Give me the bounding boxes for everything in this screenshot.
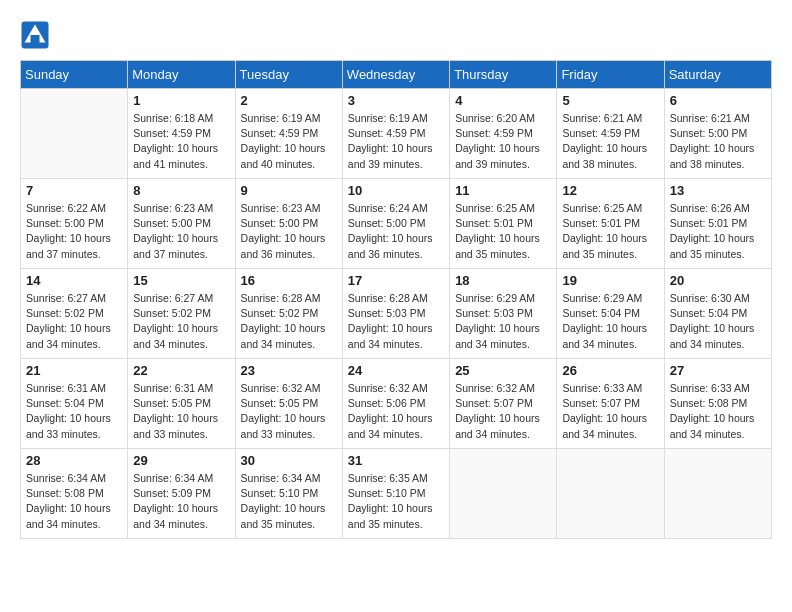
day-cell (557, 449, 664, 539)
week-row-4: 21Sunrise: 6:31 AMSunset: 5:04 PMDayligh… (21, 359, 772, 449)
day-cell: 1Sunrise: 6:18 AMSunset: 4:59 PMDaylight… (128, 89, 235, 179)
day-cell: 4Sunrise: 6:20 AMSunset: 4:59 PMDaylight… (450, 89, 557, 179)
day-cell: 23Sunrise: 6:32 AMSunset: 5:05 PMDayligh… (235, 359, 342, 449)
day-cell: 5Sunrise: 6:21 AMSunset: 4:59 PMDaylight… (557, 89, 664, 179)
calendar: SundayMondayTuesdayWednesdayThursdayFrid… (20, 60, 772, 539)
day-cell: 14Sunrise: 6:27 AMSunset: 5:02 PMDayligh… (21, 269, 128, 359)
day-cell: 17Sunrise: 6:28 AMSunset: 5:03 PMDayligh… (342, 269, 449, 359)
day-cell: 26Sunrise: 6:33 AMSunset: 5:07 PMDayligh… (557, 359, 664, 449)
day-number: 25 (455, 363, 551, 378)
day-number: 10 (348, 183, 444, 198)
day-info: Sunrise: 6:27 AMSunset: 5:02 PMDaylight:… (133, 291, 229, 352)
day-number: 9 (241, 183, 337, 198)
day-info: Sunrise: 6:35 AMSunset: 5:10 PMDaylight:… (348, 471, 444, 532)
day-number: 17 (348, 273, 444, 288)
day-info: Sunrise: 6:33 AMSunset: 5:08 PMDaylight:… (670, 381, 766, 442)
week-row-3: 14Sunrise: 6:27 AMSunset: 5:02 PMDayligh… (21, 269, 772, 359)
day-info: Sunrise: 6:23 AMSunset: 5:00 PMDaylight:… (241, 201, 337, 262)
day-number: 22 (133, 363, 229, 378)
day-number: 7 (26, 183, 122, 198)
day-info: Sunrise: 6:21 AMSunset: 5:00 PMDaylight:… (670, 111, 766, 172)
day-info: Sunrise: 6:25 AMSunset: 5:01 PMDaylight:… (455, 201, 551, 262)
col-header-wednesday: Wednesday (342, 61, 449, 89)
day-info: Sunrise: 6:29 AMSunset: 5:03 PMDaylight:… (455, 291, 551, 352)
day-number: 4 (455, 93, 551, 108)
svg-rect-2 (31, 35, 40, 44)
day-cell: 10Sunrise: 6:24 AMSunset: 5:00 PMDayligh… (342, 179, 449, 269)
col-header-saturday: Saturday (664, 61, 771, 89)
day-cell: 25Sunrise: 6:32 AMSunset: 5:07 PMDayligh… (450, 359, 557, 449)
day-info: Sunrise: 6:28 AMSunset: 5:03 PMDaylight:… (348, 291, 444, 352)
day-cell: 11Sunrise: 6:25 AMSunset: 5:01 PMDayligh… (450, 179, 557, 269)
day-number: 1 (133, 93, 229, 108)
day-cell: 6Sunrise: 6:21 AMSunset: 5:00 PMDaylight… (664, 89, 771, 179)
day-info: Sunrise: 6:23 AMSunset: 5:00 PMDaylight:… (133, 201, 229, 262)
day-cell: 30Sunrise: 6:34 AMSunset: 5:10 PMDayligh… (235, 449, 342, 539)
day-info: Sunrise: 6:27 AMSunset: 5:02 PMDaylight:… (26, 291, 122, 352)
day-cell: 21Sunrise: 6:31 AMSunset: 5:04 PMDayligh… (21, 359, 128, 449)
day-info: Sunrise: 6:19 AMSunset: 4:59 PMDaylight:… (348, 111, 444, 172)
day-info: Sunrise: 6:21 AMSunset: 4:59 PMDaylight:… (562, 111, 658, 172)
day-number: 26 (562, 363, 658, 378)
week-row-2: 7Sunrise: 6:22 AMSunset: 5:00 PMDaylight… (21, 179, 772, 269)
day-number: 18 (455, 273, 551, 288)
day-number: 31 (348, 453, 444, 468)
day-cell: 7Sunrise: 6:22 AMSunset: 5:00 PMDaylight… (21, 179, 128, 269)
day-cell: 24Sunrise: 6:32 AMSunset: 5:06 PMDayligh… (342, 359, 449, 449)
day-info: Sunrise: 6:20 AMSunset: 4:59 PMDaylight:… (455, 111, 551, 172)
day-number: 20 (670, 273, 766, 288)
day-cell: 27Sunrise: 6:33 AMSunset: 5:08 PMDayligh… (664, 359, 771, 449)
day-cell: 8Sunrise: 6:23 AMSunset: 5:00 PMDaylight… (128, 179, 235, 269)
day-number: 15 (133, 273, 229, 288)
day-info: Sunrise: 6:33 AMSunset: 5:07 PMDaylight:… (562, 381, 658, 442)
day-number: 16 (241, 273, 337, 288)
day-info: Sunrise: 6:29 AMSunset: 5:04 PMDaylight:… (562, 291, 658, 352)
logo-icon (20, 20, 50, 50)
day-cell: 13Sunrise: 6:26 AMSunset: 5:01 PMDayligh… (664, 179, 771, 269)
day-cell: 31Sunrise: 6:35 AMSunset: 5:10 PMDayligh… (342, 449, 449, 539)
day-cell: 20Sunrise: 6:30 AMSunset: 5:04 PMDayligh… (664, 269, 771, 359)
day-cell (664, 449, 771, 539)
day-info: Sunrise: 6:26 AMSunset: 5:01 PMDaylight:… (670, 201, 766, 262)
day-info: Sunrise: 6:28 AMSunset: 5:02 PMDaylight:… (241, 291, 337, 352)
day-number: 8 (133, 183, 229, 198)
day-info: Sunrise: 6:34 AMSunset: 5:08 PMDaylight:… (26, 471, 122, 532)
day-cell: 15Sunrise: 6:27 AMSunset: 5:02 PMDayligh… (128, 269, 235, 359)
day-info: Sunrise: 6:32 AMSunset: 5:06 PMDaylight:… (348, 381, 444, 442)
col-header-friday: Friday (557, 61, 664, 89)
day-number: 13 (670, 183, 766, 198)
week-row-5: 28Sunrise: 6:34 AMSunset: 5:08 PMDayligh… (21, 449, 772, 539)
day-number: 5 (562, 93, 658, 108)
logo (20, 20, 54, 50)
day-info: Sunrise: 6:24 AMSunset: 5:00 PMDaylight:… (348, 201, 444, 262)
day-cell: 22Sunrise: 6:31 AMSunset: 5:05 PMDayligh… (128, 359, 235, 449)
day-number: 2 (241, 93, 337, 108)
day-cell: 9Sunrise: 6:23 AMSunset: 5:00 PMDaylight… (235, 179, 342, 269)
day-info: Sunrise: 6:34 AMSunset: 5:09 PMDaylight:… (133, 471, 229, 532)
day-number: 24 (348, 363, 444, 378)
page-header (20, 20, 772, 50)
day-cell: 28Sunrise: 6:34 AMSunset: 5:08 PMDayligh… (21, 449, 128, 539)
day-number: 23 (241, 363, 337, 378)
day-info: Sunrise: 6:32 AMSunset: 5:07 PMDaylight:… (455, 381, 551, 442)
day-info: Sunrise: 6:31 AMSunset: 5:05 PMDaylight:… (133, 381, 229, 442)
day-cell (450, 449, 557, 539)
day-number: 3 (348, 93, 444, 108)
day-cell: 16Sunrise: 6:28 AMSunset: 5:02 PMDayligh… (235, 269, 342, 359)
day-info: Sunrise: 6:25 AMSunset: 5:01 PMDaylight:… (562, 201, 658, 262)
col-header-thursday: Thursday (450, 61, 557, 89)
day-cell: 29Sunrise: 6:34 AMSunset: 5:09 PMDayligh… (128, 449, 235, 539)
day-number: 28 (26, 453, 122, 468)
day-cell (21, 89, 128, 179)
day-info: Sunrise: 6:32 AMSunset: 5:05 PMDaylight:… (241, 381, 337, 442)
day-number: 19 (562, 273, 658, 288)
week-row-1: 1Sunrise: 6:18 AMSunset: 4:59 PMDaylight… (21, 89, 772, 179)
day-cell: 18Sunrise: 6:29 AMSunset: 5:03 PMDayligh… (450, 269, 557, 359)
day-number: 11 (455, 183, 551, 198)
day-cell: 19Sunrise: 6:29 AMSunset: 5:04 PMDayligh… (557, 269, 664, 359)
col-header-tuesday: Tuesday (235, 61, 342, 89)
day-number: 12 (562, 183, 658, 198)
day-info: Sunrise: 6:19 AMSunset: 4:59 PMDaylight:… (241, 111, 337, 172)
day-number: 29 (133, 453, 229, 468)
day-number: 30 (241, 453, 337, 468)
